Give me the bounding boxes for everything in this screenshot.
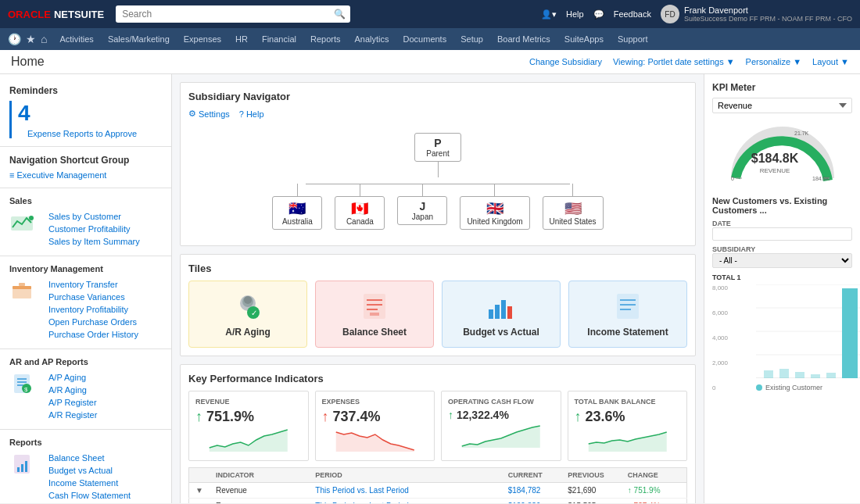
japan-letter: J [404,200,440,213]
search-icon[interactable]: 🔍 [334,9,346,20]
svg-text:$184.8K: $184.8K [751,152,798,165]
menu-item-activities[interactable]: Activities [53,31,99,47]
ar-ap-link-0[interactable]: A/P Aging [39,371,106,384]
connector-us [572,184,573,196]
reports-link-2[interactable]: Income Statement [39,477,140,489]
bar-chart-area: Existing Customer [734,284,852,391]
reports-link-0[interactable]: Balance Sheet [39,452,140,464]
ar-ap-link-1[interactable]: A/R Aging [39,384,106,396]
sales-link-1[interactable]: Customer Profitability [39,223,149,235]
tile-balance-sheet[interactable]: Balance Sheet [315,281,434,348]
center-content: Subsidiary Navigator ⚙ Settings ? Help P… [172,74,704,503]
reminders-link[interactable]: Expense Reports to Approve [18,127,146,140]
inventory-link-2[interactable]: Inventory Profitability [39,303,148,316]
menu-item-hr[interactable]: HR [229,31,254,47]
parent-box[interactable]: P Parent [414,133,461,162]
ar-ap-link-3[interactable]: A/R Register [39,409,106,421]
reports-link-1[interactable]: Budget vs Actual [39,464,140,477]
settings-link[interactable]: ⚙ Settings [188,109,230,119]
tiles-widget: Tiles ✓ A/R Aging [180,254,696,356]
kpi-label-bank: TOTAL BANK BALANCE [575,398,681,406]
kpi-period-link[interactable]: This Period vs. Last Period [315,502,409,503]
home-header: Home Change Subsidiary Viewing: Portlet … [0,50,860,74]
right-panel: KPI Meter Revenue Expenses Operating Cas… [704,74,860,503]
help-link-sub[interactable]: ? Help [239,109,264,119]
gauge-svg: $184.8K REVENUE 0 184.8K 21.7K [728,120,837,182]
tile-ar-aging[interactable]: ✓ A/R Aging [188,281,307,348]
subsidiary-uk: 🇬🇧 United Kingdom [460,184,529,230]
canada-box[interactable]: 🇨🇦 Canada [335,196,385,230]
svg-text:$: $ [24,386,28,393]
personalize-link[interactable]: Personalize ▼ [746,57,801,66]
inventory-link-0[interactable]: Inventory Transfer [39,278,148,291]
menu-item-analytics[interactable]: Analytics [349,31,396,47]
kpi-sparkline-bank [575,428,681,452]
connector-australia [297,184,298,196]
sales-link-0[interactable]: Sales by Customer [39,210,149,223]
uk-box[interactable]: 🇬🇧 United Kingdom [460,196,529,230]
sales-link-2[interactable]: Sales by Item Summary [39,235,149,248]
tile-bva-label: Budget vs Actual [463,327,539,338]
connector-japan [422,184,423,196]
menu-item-financial[interactable]: Financial [256,31,303,47]
kpi-value-bank: ↑ 23.6% [575,409,681,425]
menu-item-suiteapps[interactable]: SuiteApps [558,31,610,47]
menu-item-setup[interactable]: Setup [454,31,489,47]
inventory-link-3[interactable]: Open Purchase Orders [39,316,148,328]
kpi-value-revenue: ↑ 751.9% [195,409,302,425]
kpi-table-row: ▼ Revenue This Period vs. Last Period $1… [189,483,687,499]
ar-ap-link-2[interactable]: A/P Register [39,396,106,409]
star-icon[interactable]: ★ [26,33,36,45]
home-icon[interactable]: ⌂ [41,33,47,45]
tile-income-statement[interactable]: Income Statement [568,281,687,348]
japan-name: Japan [404,213,440,221]
inventory-link-4[interactable]: Purchase Order History [39,328,148,341]
menu-item-documents[interactable]: Documents [397,31,453,47]
recent-icon[interactable]: 🕐 [8,33,21,45]
top-nav-right: 👤▾ Help 💬 Feedback FD Frank Davenport Su… [541,5,852,23]
tiles-title: Tiles [188,263,687,274]
balance-sheet-icon [359,291,390,322]
inventory-link-1[interactable]: Purchase Variances [39,291,148,303]
bar-1 [764,370,773,378]
kpi-label-expenses: EXPENSES [322,398,428,406]
subsidiary-canada: 🇨🇦 Canada [335,184,385,230]
kpi-period-link[interactable]: This Period vs. Last Period [315,486,409,495]
layout-link[interactable]: Layout ▼ [812,57,849,66]
logo-netsuite: NETSUITE [54,9,104,20]
canada-flag: 🇨🇦 [342,200,378,217]
new-customers-widget: New Customers vs. Existing Customers ...… [712,196,852,391]
nc-date-input[interactable]: All [712,227,852,241]
menu-item-board[interactable]: Board Metrics [491,31,557,47]
reports-link-3[interactable]: Cash Flow Statement [39,489,140,502]
svg-rect-3 [13,286,31,289]
yval-2000: 2,000 [712,359,728,366]
viewing-portlet-link[interactable]: Viewing: Portlet date settings ▼ [613,57,735,66]
kpi-value-cashflow: ↑ 12,322.4% [448,409,554,421]
exec-mgmt-link[interactable]: ≡ Executive Management [0,169,171,181]
sales-section: Sales Sales by Customer Customer Profita… [0,193,171,249]
australia-box[interactable]: 🇦🇺 Australia [272,196,322,230]
japan-box[interactable]: J Japan [397,196,447,225]
menu-item-expenses[interactable]: Expenses [177,31,228,47]
tile-budget-vs-actual[interactable]: Budget vs Actual [442,281,561,348]
help-link[interactable]: Help [566,9,584,19]
kpi-card-revenue: REVENUE ↑ 751.9% [188,391,309,461]
search-input[interactable] [116,5,350,23]
nc-total-row: TOTAL 1 [712,273,852,281]
feedback-link[interactable]: Feedback [614,9,651,19]
svg-rect-27 [501,300,506,319]
menu-item-sales[interactable]: Sales/Marketing [102,31,176,47]
us-box[interactable]: 🇺🇸 United States [543,196,604,230]
nc-subsidiary-select[interactable]: - All - [712,253,852,268]
change-subsidiary-link[interactable]: Change Subsidiary [529,57,602,66]
menu-item-support[interactable]: Support [611,31,654,47]
kpi-row-previous: $15,505 [561,499,622,504]
ar-ap-title: AR and AP Reports [0,354,171,370]
kpi-meter-dropdown[interactable]: Revenue Expenses Operating Cash Flow [712,98,852,113]
gauge-container: $184.8K REVENUE 0 184.8K 21.7K [712,120,852,182]
logo: ORACLE NETSUITE [8,9,104,20]
user-icon[interactable]: 👤▾ [541,9,557,20]
user-info: FD Frank Davenport SuiteSuccess Demo FF … [661,5,852,23]
menu-item-reports[interactable]: Reports [304,31,347,47]
